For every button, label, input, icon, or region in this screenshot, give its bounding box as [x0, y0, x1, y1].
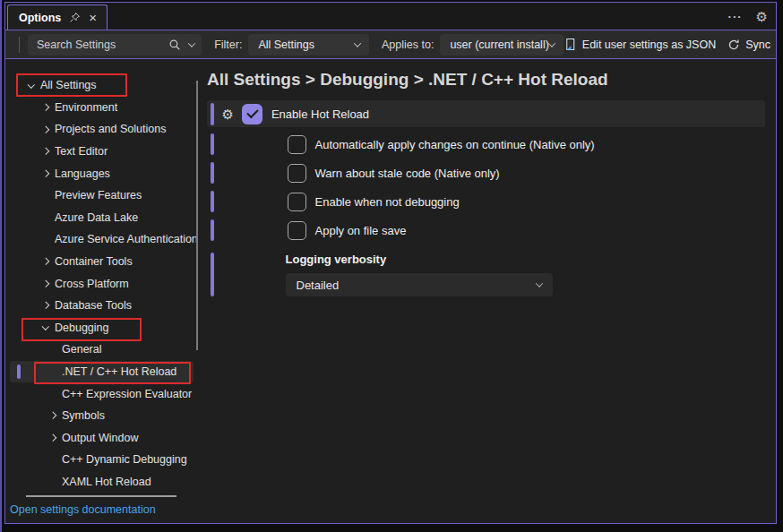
chevron-right-icon[interactable]: [39, 149, 52, 154]
sidebar-item-output-window[interactable]: Output Window: [10, 427, 194, 450]
settings-toolbar: Search Settings Filter: All Settings App…: [5, 30, 776, 59]
chevron-down-icon: [548, 39, 555, 47]
sidebar-item-label: Text Editor: [55, 145, 108, 158]
logging-verbosity-select[interactable]: Detailed: [286, 273, 553, 296]
chevron-right-icon[interactable]: [39, 303, 52, 308]
more-options-icon[interactable]: ···: [728, 10, 743, 23]
chevron-right-icon[interactable]: [39, 171, 52, 176]
sidebar-item-debugging[interactable]: Debugging: [10, 317, 194, 339]
sidebar-item-projects-and-solutions[interactable]: Projects and Solutions: [10, 118, 194, 141]
search-placeholder: Search Settings: [37, 39, 168, 51]
sidebar-item-cross-platform[interactable]: Cross Platform: [10, 272, 194, 295]
main-window-edge: [0, 0, 2, 532]
chevron-down-icon: [354, 39, 361, 47]
pin-icon[interactable]: [69, 12, 81, 23]
chevron-down-icon[interactable]: [25, 83, 38, 89]
setting-label: Apply on file save: [315, 224, 407, 237]
sync-label: Sync: [745, 39, 770, 51]
sidebar-splitter[interactable]: [196, 81, 198, 350]
chevron-down-icon: [535, 279, 542, 287]
window-controls: ··· ⚙: [728, 3, 768, 30]
modified-indicator: [211, 103, 214, 125]
sidebar-item-database-tools[interactable]: Database Tools: [10, 295, 194, 317]
sidebar-item-label: C++ Expression Evaluator: [62, 388, 192, 400]
sidebar-item-text-editor[interactable]: Text Editor: [10, 141, 194, 163]
setting-label: Automatically apply changes on continue …: [315, 138, 595, 151]
sidebar-item-label: Azure Data Lake: [55, 211, 138, 224]
applies-to-value: user (current install): [450, 39, 548, 51]
modified-indicator: [211, 219, 214, 241]
setting-row-enable-when-not-debugging: Enable when not debugging: [207, 190, 764, 213]
chevron-right-icon[interactable]: [47, 413, 59, 418]
settings-tree: All Settings Environment Projects and So…: [5, 59, 196, 523]
sidebar-item-label: Database Tools: [55, 299, 132, 312]
modified-indicator: [211, 191, 214, 212]
open-settings-documentation-link[interactable]: Open settings documentation: [10, 503, 196, 516]
edit-json-label: Edit user settings as JSON: [582, 39, 716, 51]
chevron-right-icon[interactable]: [39, 281, 52, 287]
filter-label: Filter:: [214, 39, 242, 51]
search-input[interactable]: Search Settings: [28, 34, 202, 56]
sidebar-item-preview-features[interactable]: Preview Features: [10, 184, 194, 207]
chevron-right-icon[interactable]: [39, 105, 52, 110]
sidebar-item-languages[interactable]: Languages: [10, 162, 194, 184]
enable-when-not-debugging-checkbox[interactable]: [288, 193, 306, 211]
sidebar-item-symbols[interactable]: Symbols: [10, 405, 194, 427]
tab-strip: Options × ··· ⚙: [5, 3, 776, 30]
toolbar-divider: [19, 37, 20, 53]
auto-apply-checkbox[interactable]: [288, 135, 306, 154]
sidebar-item-label: Symbols: [62, 409, 105, 422]
sidebar-item-general[interactable]: General: [10, 339, 194, 361]
modified-indicator: [211, 162, 214, 184]
setting-row-warn-stale-code: Warn about stale code (Native only): [207, 161, 764, 184]
options-window: Options × ··· ⚙ Search Setti: [4, 2, 777, 524]
setting-row-enable-hot-reload: ⚙ Enable Hot Reload: [207, 100, 765, 127]
chevron-down-icon[interactable]: [188, 39, 195, 47]
sidebar-item-azure-data-lake[interactable]: Azure Data Lake: [10, 207, 194, 229]
sync-icon: [727, 39, 740, 51]
apply-on-file-save-checkbox[interactable]: [288, 221, 306, 240]
sidebar-item-environment[interactable]: Environment: [10, 97, 194, 119]
sidebar-item-azure-service-authentication[interactable]: Azure Service Authentication: [10, 228, 194, 251]
sidebar-item-xaml-hot-reload[interactable]: XAML Hot Reload: [10, 471, 194, 493]
warn-stale-code-checkbox[interactable]: [288, 164, 306, 183]
modified-indicator: [211, 253, 214, 296]
sidebar-item-container-tools[interactable]: Container Tools: [10, 251, 194, 273]
tab-title: Options: [19, 12, 61, 24]
breadcrumb: All Settings > Debugging > .NET / C++ Ho…: [207, 70, 764, 90]
settings-body: All Settings Environment Projects and So…: [5, 59, 776, 523]
sidebar-item-label: Debugging: [55, 322, 108, 334]
setting-label: Enable Hot Reload: [271, 107, 369, 121]
edit-json-button[interactable]: Edit user settings as JSON: [564, 38, 716, 51]
settings-panel: All Settings > Debugging > .NET / C++ Ho…: [196, 59, 776, 523]
sidebar-item-label: General: [62, 343, 101, 356]
setting-gear-icon[interactable]: ⚙: [222, 107, 234, 121]
setting-group-logging-verbosity: Logging verbosity Detailed: [207, 253, 764, 296]
json-file-icon: [564, 38, 577, 51]
chevron-right-icon[interactable]: [47, 435, 59, 441]
search-icon: [168, 39, 181, 51]
setting-label: Enable when not debugging: [315, 195, 460, 209]
sync-button[interactable]: Sync: [727, 39, 770, 51]
sidebar-item-label: Output Window: [62, 432, 138, 444]
sidebar-item-cpp-expression-evaluator[interactable]: C++ Expression Evaluator: [10, 382, 194, 405]
chevron-right-icon[interactable]: [39, 259, 52, 264]
applies-to-select[interactable]: user (current install): [440, 34, 563, 56]
setting-row-auto-apply: Automatically apply changes on continue …: [207, 133, 764, 156]
chevron-right-icon[interactable]: [39, 127, 52, 133]
sidebar-item-label: C++ Dynamic Debugging: [62, 453, 187, 466]
close-icon[interactable]: ×: [89, 11, 97, 24]
applies-to-label: Applies to:: [382, 39, 434, 51]
gear-icon[interactable]: ⚙: [756, 10, 768, 23]
tab-options[interactable]: Options ×: [7, 4, 108, 30]
setting-row-apply-on-file-save: Apply on file save: [207, 219, 764, 242]
enable-hot-reload-checkbox[interactable]: [242, 104, 262, 124]
sidebar-item-dotnet-cpp-hot-reload[interactable]: .NET / C++ Hot Reload: [10, 361, 194, 383]
chevron-down-icon[interactable]: [39, 325, 52, 330]
sidebar-item-label: Languages: [55, 167, 110, 180]
sidebar-item-all-settings[interactable]: All Settings: [10, 74, 194, 97]
sidebar-item-label: Projects and Solutions: [55, 123, 166, 135]
sidebar-item-cpp-dynamic-debugging[interactable]: C++ Dynamic Debugging: [10, 449, 194, 471]
filter-select[interactable]: All Settings: [248, 34, 369, 56]
screen: Options × ··· ⚙ Search Setti: [0, 0, 783, 532]
